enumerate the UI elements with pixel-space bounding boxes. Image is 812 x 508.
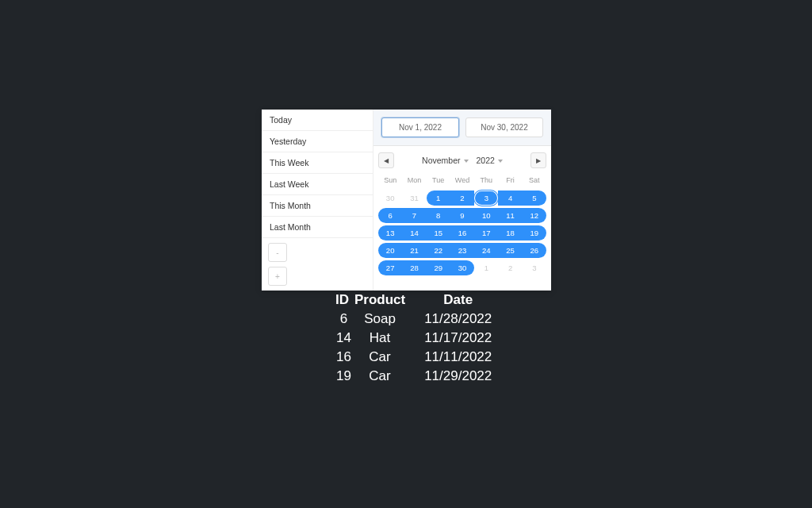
calendar-day[interactable]: 8 [427, 208, 450, 223]
calendar-day[interactable]: 22 [427, 243, 450, 258]
preset-add-button[interactable]: + [268, 267, 287, 286]
table-cell-id: 6 [328, 310, 353, 329]
preset-last-month[interactable]: Last Month [262, 217, 373, 238]
month-year-label: November 2022 [422, 156, 503, 165]
calendar-day[interactable]: 14 [402, 225, 426, 241]
weekday-label: Thu [474, 175, 498, 186]
preset-last-week[interactable]: Last Week [262, 174, 373, 195]
table-header: Date [416, 291, 500, 310]
calendar-day[interactable]: 29 [427, 260, 450, 275]
preset-this-month[interactable]: This Month [262, 195, 373, 217]
calendar-day[interactable]: 11 [498, 208, 522, 223]
calendar-day[interactable]: 5 [523, 190, 546, 206]
weekday-label: Tue [427, 175, 450, 186]
preset-today[interactable]: Today [262, 110, 373, 131]
calendar-day[interactable]: 2 [498, 260, 522, 275]
calendar-day[interactable]: 4 [498, 190, 522, 206]
table-cell-date: 11/29/2022 [416, 367, 500, 386]
table-header: Product [353, 291, 416, 310]
calendar-day[interactable]: 24 [474, 243, 498, 258]
calendar-day[interactable]: 21 [402, 243, 426, 258]
weekday-header: SunMonTueWedThuFriSat [373, 171, 551, 187]
table-row: 14Hat11/17/2022 [328, 329, 500, 348]
calendar-day[interactable]: 2 [450, 190, 474, 206]
table-cell-date: 11/28/2022 [416, 310, 500, 329]
calendar-day[interactable]: 12 [523, 208, 546, 223]
results-table: IDProductDate 6Soap11/28/202214Hat11/17/… [328, 291, 500, 386]
weekday-label: Sun [378, 175, 402, 186]
calendar-day[interactable]: 17 [474, 225, 498, 241]
calendar-day[interactable]: 13 [378, 225, 402, 241]
date-range-picker: TodayYesterdayThis WeekLast WeekThis Mon… [262, 110, 551, 291]
calendar-day[interactable]: 3 [523, 260, 546, 275]
calendar-day[interactable]: 26 [523, 243, 546, 258]
table-cell-id: 19 [328, 367, 353, 386]
weekday-label: Fri [498, 175, 522, 186]
table-cell-date: 11/11/2022 [416, 348, 500, 367]
table-row: 6Soap11/28/2022 [328, 310, 500, 329]
weekday-label: Wed [450, 175, 474, 186]
prev-month-button[interactable]: ◀ [378, 152, 394, 168]
table-cell-product: Hat [353, 329, 416, 348]
table-header: ID [328, 291, 353, 310]
table-row: 19Car11/29/2022 [328, 367, 500, 386]
table-row: 16Car11/11/2022 [328, 348, 500, 367]
start-date-input[interactable]: Nov 1, 2022 [381, 117, 459, 137]
calendar-day[interactable]: 23 [450, 243, 474, 258]
calendar-day[interactable]: 27 [378, 260, 402, 275]
calendar-day[interactable]: 6 [378, 208, 402, 223]
calendar-day[interactable]: 30 [378, 190, 402, 206]
table-cell-product: Soap [353, 310, 416, 329]
month-select[interactable]: November [422, 156, 468, 165]
next-month-button[interactable]: ▶ [530, 152, 546, 168]
calendar-day[interactable]: 19 [523, 225, 546, 241]
calendar-day[interactable]: 18 [498, 225, 522, 241]
preset-this-week[interactable]: This Week [262, 152, 373, 174]
calendar-day[interactable]: 7 [402, 208, 426, 223]
table-cell-id: 14 [328, 329, 353, 348]
calendar-panel: Nov 1, 2022 Nov 30, 2022 ◀ November 2022… [373, 110, 551, 291]
table-cell-product: Car [353, 367, 416, 386]
table-cell-product: Car [353, 348, 416, 367]
table-cell-id: 16 [328, 348, 353, 367]
calendar-day[interactable]: 25 [498, 243, 522, 258]
preset-yesterday[interactable]: Yesterday [262, 131, 373, 152]
preset-remove-button[interactable]: - [268, 243, 287, 262]
days-grid: 3031123456789101112131415161718192021222… [373, 187, 551, 284]
weekday-label: Mon [402, 175, 426, 186]
calendar-day[interactable]: 15 [427, 225, 450, 241]
calendar-day[interactable]: 1 [427, 190, 450, 206]
calendar-day[interactable]: 28 [402, 260, 426, 275]
calendar-day[interactable]: 20 [378, 243, 402, 258]
end-date-input[interactable]: Nov 30, 2022 [465, 117, 543, 137]
calendar-day[interactable]: 30 [450, 260, 474, 275]
year-select[interactable]: 2022 [477, 156, 503, 165]
table-cell-date: 11/17/2022 [416, 329, 500, 348]
calendar-day[interactable]: 31 [402, 190, 426, 206]
weekday-label: Sat [523, 175, 546, 186]
calendar-day[interactable]: 3 [474, 190, 498, 206]
calendar-day[interactable]: 10 [474, 208, 498, 223]
calendar-day[interactable]: 9 [450, 208, 474, 223]
preset-list: TodayYesterdayThis WeekLast WeekThis Mon… [262, 110, 373, 291]
calendar-day[interactable]: 1 [474, 260, 498, 275]
calendar-day[interactable]: 16 [450, 225, 474, 241]
